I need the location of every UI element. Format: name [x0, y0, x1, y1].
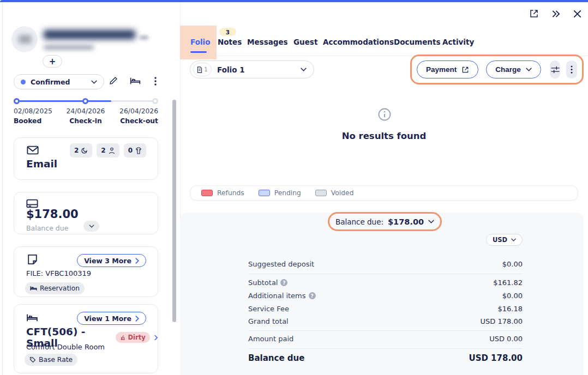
view-more-rooms-label: View 1 More [84, 314, 131, 323]
summary-divider [248, 330, 523, 331]
folio-selector-label: Folio 1 [217, 65, 295, 74]
bed-icon [30, 286, 37, 291]
chevron-right-icon [135, 258, 139, 264]
tab-messages[interactable]: Messages [247, 38, 288, 46]
summary-row-amount-paid: Amount paidUSD 0.00 [248, 335, 523, 344]
tab-activity[interactable]: Activity [442, 38, 474, 46]
email-card-title: Email [26, 158, 57, 170]
tab-guest[interactable]: Guest [293, 38, 317, 46]
timeline-dot-checkout[interactable] [152, 98, 158, 104]
guests-badge: 2 [97, 143, 119, 158]
stay-badges: 2 2 0 [70, 143, 146, 158]
balance-due-amount: $178.00 [388, 217, 424, 226]
payment-button[interactable]: Payment [417, 61, 478, 78]
timeline-dot-checkin[interactable] [82, 98, 88, 104]
email-card[interactable]: 2 2 0 Email [14, 137, 158, 180]
balance-card[interactable]: $178.00 Balance due [14, 192, 158, 234]
summary-row-suggested-deposit: Suggested deposit$0.00 [248, 260, 523, 269]
timeline-dot-booked[interactable] [14, 98, 20, 104]
rate-tag: Base Rate [25, 354, 77, 366]
edit-icon[interactable] [109, 76, 118, 85]
more-options-button[interactable] [566, 61, 577, 78]
help-icon[interactable]: ? [280, 279, 287, 286]
moon-icon [81, 147, 88, 154]
guest-email-redacted [44, 45, 94, 50]
balance-expand-button[interactable] [83, 221, 99, 232]
open-in-new-icon[interactable] [529, 9, 539, 19]
tab-notes[interactable]: Notes [218, 38, 242, 46]
help-icon[interactable]: ? [309, 292, 316, 299]
currency-select[interactable]: USD [486, 234, 523, 246]
add-button[interactable]: + [43, 55, 62, 68]
timeline-progress [16, 100, 111, 102]
reservation-tag: Reservation [25, 282, 85, 294]
status-dot-icon [21, 80, 26, 84]
view-more-files-button[interactable]: View 3 More [77, 254, 146, 267]
pending-swatch [259, 190, 270, 196]
summary-row-grand-total: Grand totalUSD 178.00 [248, 317, 523, 326]
collapse-right-icon[interactable] [552, 10, 560, 17]
chevron-down-icon [91, 80, 97, 84]
status-select[interactable]: Confirmed [14, 74, 104, 89]
charge-button[interactable]: Charge [486, 61, 541, 78]
page-edge-line [2, 2, 3, 375]
legend-voided: Voided [315, 189, 354, 197]
transactions-legend: Refunds Pending Voided [190, 185, 578, 201]
sliders-icon [551, 66, 560, 74]
bed-icon[interactable] [130, 77, 141, 85]
broom-icon [120, 335, 126, 341]
file-card[interactable]: View 3 More FILE: VFBC100319 Reservation [14, 246, 158, 297]
active-tab-underline [190, 51, 207, 53]
child-icon [135, 147, 142, 154]
filter-button[interactable] [550, 61, 561, 78]
children-badge: 0 [124, 143, 146, 158]
open-in-new-icon [461, 66, 469, 74]
voided-swatch [315, 190, 327, 196]
info-icon [378, 108, 391, 121]
person-icon [109, 147, 115, 154]
kebab-icon [571, 65, 573, 74]
summary-divider [248, 274, 523, 274]
kebab-icon[interactable] [154, 77, 157, 86]
avatar [11, 26, 38, 52]
room-type-label: Comfort Double Room [26, 343, 105, 351]
folio-number-chip: 1 [193, 63, 212, 76]
folio-summary: Balance due: $178.00 USD Suggested depos… [180, 213, 584, 375]
close-icon[interactable] [573, 10, 581, 18]
chevron-down-icon [526, 68, 532, 71]
room-card[interactable]: View 1 More CFT(506) - Small Dirty Comfo… [14, 304, 158, 373]
guest-name-ellipsis-redacted [140, 36, 148, 39]
timeline-checkout: 26/04/2026Check-out [115, 107, 158, 125]
legend-refunds: Refunds [201, 189, 244, 197]
notes-count-badge: 3 [219, 28, 236, 36]
balance-label: Balance due [26, 224, 68, 232]
chevron-right-icon [135, 316, 139, 322]
chevron-down-icon [301, 68, 307, 71]
status-label: Confirmed [31, 78, 86, 86]
credit-card-icon [26, 199, 38, 208]
tab-documents[interactable]: Documents [394, 38, 440, 46]
chevron-right-icon[interactable] [154, 335, 158, 341]
balance-amount: $178.00 [26, 208, 79, 221]
tab-accommodations[interactable]: Accommodations [323, 38, 394, 46]
empty-state-message: No results found [180, 131, 588, 141]
housekeeping-status-badge: Dirty [116, 332, 150, 343]
summary-row-balance-due: Balance dueUSD 178.00 [248, 353, 523, 362]
left-panel-scrollbar[interactable] [172, 100, 176, 322]
bed-icon [26, 313, 38, 322]
folio-selector[interactable]: 1 Folio 1 [190, 61, 314, 78]
toolbar-highlight: Payment Charge [410, 55, 584, 84]
note-icon [27, 254, 38, 265]
summary-divider [248, 348, 523, 349]
view-more-rooms-button[interactable]: View 1 More [77, 312, 146, 325]
chevron-down-icon [511, 238, 516, 241]
nights-badge: 2 [70, 143, 92, 158]
timeline-booked: 02/08/2025Booked [14, 107, 52, 125]
summary-row-subtotal: Subtotal? $161.82 [248, 279, 523, 288]
charge-button-label: Charge [495, 65, 521, 74]
timeline-checkin: 24/04/2026Check-in [58, 107, 113, 125]
summary-row-additional-items: Additional items? $0.00 [248, 292, 523, 301]
refunds-swatch [201, 190, 213, 196]
tab-folio[interactable]: Folio [190, 38, 210, 46]
balance-due-dropdown[interactable]: Balance due: $178.00 [328, 212, 442, 231]
